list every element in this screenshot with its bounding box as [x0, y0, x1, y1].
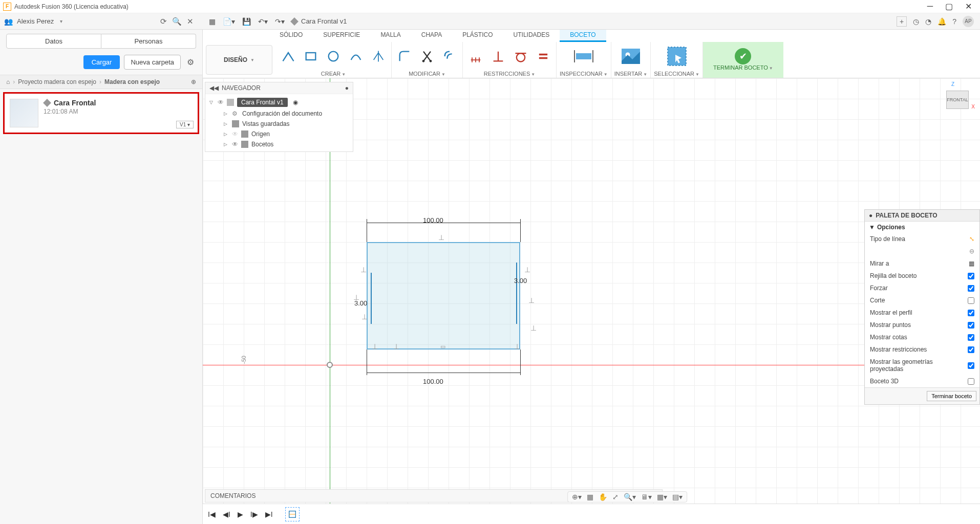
view-cube[interactable]: Z FRONTAL X	[941, 81, 972, 112]
palette-header[interactable]: ● PALETA DE BOCETO	[865, 210, 979, 222]
breadcrumb-share-icon[interactable]: ⊕	[191, 78, 196, 85]
tree-item-savedviews[interactable]: ▷ Vistas guardadas	[205, 119, 353, 129]
display-icon[interactable]: 🖥▾	[641, 493, 652, 501]
tree-item-sketches[interactable]: ▷ 👁 Bocetos	[205, 139, 353, 149]
notifications-icon[interactable]: 🔔	[938, 17, 946, 26]
tree-arrow-icon[interactable]: ▷	[224, 111, 229, 116]
breadcrumb-home-icon[interactable]: ⌂	[6, 78, 10, 85]
lookat-nav-icon[interactable]: ▦	[587, 493, 593, 501]
file-menu-icon[interactable]: 📄▾	[223, 17, 235, 26]
tree-root[interactable]: ▽ 👁 Cara Frontal v1 ◉	[205, 96, 353, 108]
help-icon[interactable]: ?	[952, 17, 956, 26]
tree-item-origin[interactable]: ▷ 👁 Origen	[205, 129, 353, 139]
redo-icon[interactable]: ↷▾	[275, 17, 285, 26]
refresh-icon[interactable]: ⟳	[160, 17, 167, 26]
constraint-glyph[interactable]: ⊥	[528, 296, 535, 304]
maximize-button[interactable]: ▢	[945, 2, 953, 11]
ribbon-group-finish[interactable]: ✔ TERMINAR BOCETO▼	[703, 42, 783, 78]
mirror-tool-icon[interactable]	[369, 47, 388, 66]
tab-data[interactable]: Datos	[6, 34, 101, 49]
user-name[interactable]: Alexis Perez	[17, 17, 54, 25]
constraint-glyph[interactable]: ⊥	[524, 266, 530, 274]
ribbon-tab-utilities[interactable]: UTILIDADES	[503, 30, 560, 42]
collapse-browser-icon[interactable]: ◀◀	[209, 84, 219, 92]
constraint-glyph[interactable]: ⊥	[514, 342, 520, 351]
constraint-glyph[interactable]: ⊥	[353, 293, 359, 301]
document-tab[interactable]: Cara Frontal v1 ✕	[291, 16, 890, 26]
version-badge[interactable]: V1 ▾	[176, 121, 194, 128]
fillet-tool-icon[interactable]	[395, 47, 414, 66]
close-panel-icon[interactable]: ✕	[187, 17, 194, 26]
orbit-icon[interactable]: ⊕▾	[572, 493, 582, 501]
grid-settings-icon[interactable]: ▦▾	[657, 493, 667, 501]
dimension-bottom[interactable]: 100.00	[423, 378, 443, 385]
close-button[interactable]: ✕	[965, 2, 972, 11]
visibility-icon[interactable]: 👁	[218, 99, 224, 106]
dims-checkbox[interactable]	[968, 334, 974, 341]
grid-apps-icon[interactable]: ▦	[209, 17, 216, 26]
finish-sketch-button[interactable]: Terminar boceto	[927, 391, 976, 401]
ribbon-tab-solid[interactable]: SÓLIDO	[269, 30, 313, 42]
equal-constraint-icon[interactable]	[534, 47, 553, 66]
zoom-fit-icon[interactable]: 🔍▾	[624, 493, 636, 501]
projected-checkbox[interactable]	[968, 362, 974, 369]
upload-button[interactable]: Cargar	[83, 55, 120, 69]
slice-checkbox[interactable]	[968, 297, 974, 304]
perpendicular-constraint-icon[interactable]	[488, 47, 508, 66]
constraint-glyph[interactable]: ⊥	[360, 266, 367, 274]
breadcrumb-project[interactable]: Proyecto madera con espejo	[18, 78, 96, 85]
save-icon[interactable]: 💾	[242, 17, 251, 26]
rectangle-tool-icon[interactable]	[301, 47, 321, 66]
profile-checkbox[interactable]	[968, 310, 974, 316]
panel-settings-icon[interactable]: ⚙	[185, 55, 196, 69]
circle-tool-icon[interactable]	[324, 47, 343, 66]
minimize-button[interactable]: ─	[927, 2, 933, 11]
line-tool-icon[interactable]	[279, 47, 298, 66]
lookat-icon[interactable]: ▦	[969, 260, 974, 267]
view-cube-face[interactable]: FRONTAL	[946, 91, 969, 109]
sketch-line-right[interactable]	[516, 263, 517, 324]
palette-section-options[interactable]: ▼ Opciones	[865, 222, 979, 233]
tree-arrow-icon[interactable]: ▽	[209, 100, 215, 105]
user-avatar[interactable]: AP	[963, 16, 974, 27]
arc-tool-icon[interactable]	[346, 47, 366, 66]
new-tab-icon[interactable]: +	[897, 16, 907, 27]
browser-header[interactable]: ◀◀ NAVEGADOR ●	[205, 82, 353, 94]
visibility-icon[interactable]: 👁	[232, 130, 238, 138]
constraint-glyph[interactable]: ⊥	[393, 342, 399, 351]
tab-people[interactable]: Personas	[101, 34, 196, 49]
sketch-line-left[interactable]	[371, 273, 372, 324]
sketch-rectangle[interactable]	[367, 242, 520, 350]
zoom-icon[interactable]: ⤢	[612, 493, 619, 501]
tangent-constraint-icon[interactable]	[511, 47, 530, 66]
timeline-stepback-icon[interactable]: ◀I	[223, 510, 230, 518]
viewport-icon[interactable]: ▤▾	[672, 493, 683, 501]
ribbon-tab-sketch[interactable]: BOCETO	[560, 30, 606, 42]
horizontal-constraint-icon[interactable]	[466, 47, 485, 66]
radio-default-icon[interactable]: ◉	[293, 99, 298, 106]
undo-icon[interactable]: ↶▾	[258, 17, 268, 26]
constraint-glyph[interactable]: ⊥	[438, 233, 444, 242]
select-icon[interactable]	[665, 44, 689, 69]
dimension-top[interactable]: 100.00	[423, 216, 443, 224]
constraint-glyph[interactable]: ⊥	[530, 324, 537, 332]
ribbon-tab-plastic[interactable]: PLÁSTICO	[452, 30, 503, 42]
visibility-icon[interactable]: 👁	[232, 141, 238, 148]
linetype-icon[interactable]: ⤡	[969, 235, 974, 243]
job-status-icon[interactable]: ◔	[925, 17, 931, 26]
tree-arrow-icon[interactable]: ▷	[224, 132, 229, 137]
timeline-start-icon[interactable]: I◀	[208, 510, 216, 518]
inspect-icon[interactable]	[571, 44, 596, 69]
construction-icon[interactable]: ⊖	[969, 248, 974, 255]
new-folder-button[interactable]: Nueva carpeta	[124, 55, 181, 70]
extensions-icon[interactable]: ◷	[913, 17, 919, 26]
user-menu-chevron-icon[interactable]: ▾	[60, 18, 62, 24]
ribbon-tab-mesh[interactable]: MALLA	[370, 30, 411, 42]
file-card[interactable]: Cara Frontal 12:01:08 AM V1 ▾	[3, 92, 199, 134]
origin-point[interactable]	[327, 362, 333, 368]
timeline-end-icon[interactable]: ▶I	[265, 510, 273, 518]
ribbon-tab-surface[interactable]: SUPERFICIE	[313, 30, 370, 42]
search-icon[interactable]: 🔍	[172, 17, 182, 26]
insert-icon[interactable]	[619, 44, 643, 69]
pin-icon[interactable]: ●	[345, 84, 349, 92]
